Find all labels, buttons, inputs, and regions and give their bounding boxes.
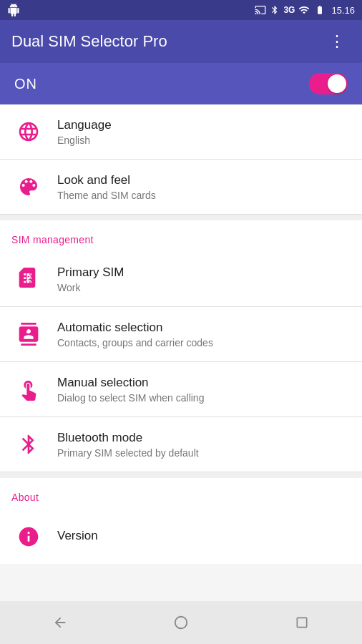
svg-text:2: 2 — [26, 273, 31, 283]
about-section-header: About — [0, 478, 362, 509]
primary-sim-subtitle: Work — [57, 282, 124, 293]
settings-list: Language English Look and feel Theme and… — [0, 104, 362, 215]
version-title: Version — [57, 529, 98, 543]
look-and-feel-title: Look and feel — [57, 173, 156, 187]
automatic-selection-text: Automatic selection Contacts, groups and… — [57, 321, 213, 348]
svg-rect-2 — [297, 618, 306, 627]
sim-management-list: 2 Primary SIM Work Automatic selection C… — [0, 252, 362, 472]
contacts-icon — [17, 323, 40, 346]
automatic-selection-subtitle: Contacts, groups and carrier codes — [57, 337, 213, 348]
language-title: Language — [57, 118, 112, 132]
bluetooth-mode-title: Bluetooth mode — [57, 431, 199, 445]
look-and-feel-subtitle: Theme and SIM cards — [57, 190, 156, 201]
palette-icon-container — [11, 170, 46, 204]
sim-management-header: SIM management — [11, 234, 94, 245]
info-icon — [17, 525, 40, 548]
manual-selection-title: Manual selection — [57, 376, 204, 390]
recents-icon — [295, 615, 309, 630]
network-type: 3G — [283, 5, 295, 15]
section-divider-1 — [0, 215, 362, 220]
master-toggle[interactable] — [309, 73, 348, 94]
language-item[interactable]: Language English — [0, 104, 362, 160]
manual-selection-subtitle: Dialog to select SIM when calling — [57, 392, 204, 404]
section-divider-2 — [0, 472, 362, 478]
language-text: Language English — [57, 118, 112, 146]
info-icon-container — [11, 519, 46, 554]
bluetooth-mode-subtitle: Primary SIM selected by default — [57, 447, 199, 459]
status-bar-right: 3G 15.16 — [255, 4, 355, 16]
time-display: 15.16 — [331, 5, 355, 16]
automatic-selection-item[interactable]: Automatic selection Contacts, groups and… — [0, 307, 362, 362]
language-icon-container — [11, 114, 46, 149]
bottom-nav — [0, 601, 362, 644]
automatic-selection-title: Automatic selection — [57, 321, 213, 335]
palette-icon — [17, 175, 40, 198]
sim-management-section: SIM management — [0, 220, 362, 252]
recents-button[interactable] — [280, 608, 323, 637]
status-bar: 3G 15.16 — [0, 0, 362, 20]
look-and-feel-text: Look and feel Theme and SIM cards — [57, 173, 156, 201]
back-icon — [52, 615, 68, 630]
sim-card-icon: 2 — [17, 268, 40, 291]
version-text: Version — [57, 529, 98, 545]
version-item[interactable]: Version — [0, 509, 362, 564]
about-header: About — [11, 492, 39, 503]
manual-selection-item[interactable]: Manual selection Dialog to select SIM wh… — [0, 362, 362, 417]
cast-icon — [255, 4, 266, 16]
signal-icon — [298, 4, 310, 16]
android-icon — [7, 4, 20, 16]
bluetooth-status-icon — [270, 4, 280, 16]
primary-sim-title: Primary SIM — [57, 265, 124, 280]
bluetooth-icon — [17, 433, 40, 456]
primary-sim-text: Primary SIM Work — [57, 265, 124, 293]
overflow-menu-button[interactable]: ⋮ — [323, 26, 351, 57]
home-button[interactable] — [160, 608, 202, 637]
status-bar-left — [7, 4, 20, 16]
contacts-icon-container — [11, 317, 46, 351]
bluetooth-mode-text: Bluetooth mode Primary SIM selected by d… — [57, 431, 199, 459]
globe-icon — [17, 120, 40, 143]
sim2-icon-container: 2 — [11, 262, 46, 296]
battery-icon — [313, 5, 326, 15]
touch-icon — [17, 378, 40, 401]
language-subtitle: English — [57, 135, 112, 146]
svg-point-1 — [175, 617, 187, 629]
app-title: Dual SIM Selector Pro — [11, 32, 167, 51]
touch-icon-container — [11, 372, 46, 406]
look-and-feel-item[interactable]: Look and feel Theme and SIM cards — [0, 160, 362, 215]
app-bar: Dual SIM Selector Pro ⋮ — [0, 20, 362, 63]
manual-selection-text: Manual selection Dialog to select SIM wh… — [57, 376, 204, 404]
back-button[interactable] — [39, 608, 82, 637]
bluetooth-icon-container — [11, 427, 46, 462]
on-label: ON — [14, 76, 37, 92]
on-toggle-bar: ON — [0, 63, 362, 104]
bluetooth-mode-item[interactable]: Bluetooth mode Primary SIM selected by d… — [0, 417, 362, 472]
primary-sim-item[interactable]: 2 Primary SIM Work — [0, 252, 362, 307]
home-icon — [173, 615, 189, 630]
